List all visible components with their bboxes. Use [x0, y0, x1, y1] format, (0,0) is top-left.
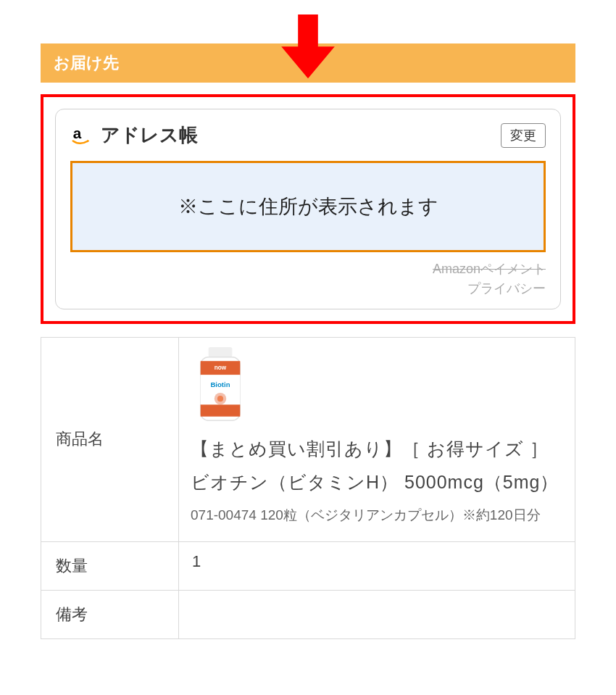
delivery-section-title: お届け先 — [54, 54, 119, 72]
address-widget-title: アドレス帳 — [101, 122, 492, 148]
product-title: 【まとめ買い割引あり】［ お得サイズ ］ ビオチン（ビタミンH） 5000mcg… — [191, 432, 563, 499]
svg-text:now: now — [215, 365, 227, 372]
svg-rect-8 — [201, 404, 241, 416]
amazon-payment-link[interactable]: Amazonペイメント — [433, 259, 546, 279]
change-address-button[interactable]: 変更 — [501, 123, 546, 148]
product-image: now Biotin — [191, 345, 250, 425]
table-row: 備考 — [41, 590, 575, 638]
quantity-value: 1 — [179, 541, 575, 590]
svg-text:a: a — [73, 125, 82, 141]
amazon-logo-icon: a — [70, 125, 92, 146]
product-table: 商品名 now Biotin 【まとめ買い割引あり】［ お得サイズ ］ ビオチン… — [41, 337, 575, 639]
delivery-section-header: お届け先 — [41, 43, 575, 83]
address-placeholder-text: ※ここに住所が表示されます — [178, 193, 438, 220]
remarks-value — [179, 590, 575, 638]
address-display-box: ※ここに住所が表示されます — [70, 161, 546, 252]
svg-rect-2 — [209, 347, 233, 357]
table-row: 商品名 now Biotin 【まとめ買い割引あり】［ お得サイズ ］ ビオチン… — [41, 338, 575, 542]
privacy-link[interactable]: プライバシー — [467, 279, 546, 299]
table-row: 数量 1 — [41, 541, 575, 590]
address-widget-footer: Amazonペイメント プライバシー — [70, 259, 546, 299]
product-cell: now Biotin 【まとめ買い割引あり】［ お得サイズ ］ ビオチン（ビタミ… — [179, 338, 575, 542]
quantity-label: 数量 — [41, 541, 179, 590]
svg-point-10 — [217, 396, 223, 401]
remarks-label: 備考 — [41, 590, 179, 638]
address-widget-header: a アドレス帳 変更 — [70, 122, 546, 148]
product-name-label: 商品名 — [41, 338, 179, 542]
address-widget: a アドレス帳 変更 ※ここに住所が表示されます Amazonペイメント プライ… — [55, 109, 561, 309]
svg-text:Biotin: Biotin — [210, 380, 230, 388]
address-highlight-box: a アドレス帳 変更 ※ここに住所が表示されます Amazonペイメント プライ… — [41, 94, 575, 324]
product-subtitle: 071-00474 120粒（ベジタリアンカプセル）※約120日分 — [191, 504, 563, 527]
